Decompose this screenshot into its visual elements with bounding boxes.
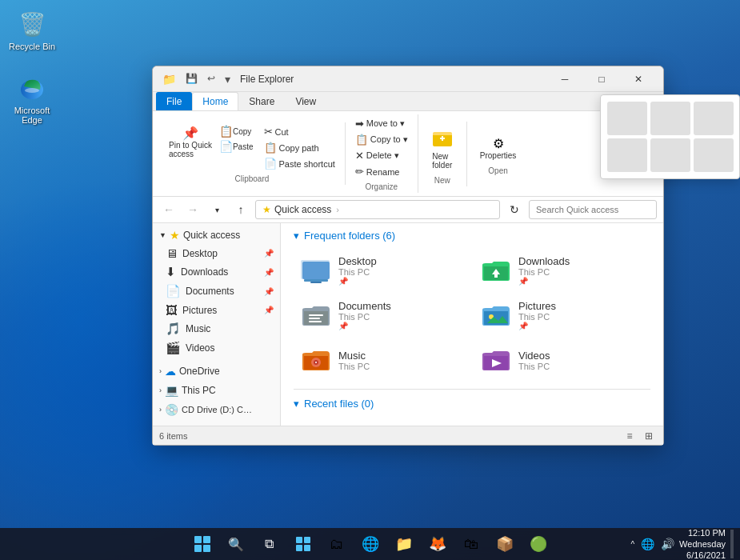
- task-view-button[interactable]: ⧉: [255, 530, 284, 558]
- sidebar-item-downloads[interactable]: ⬇ Downloads 📌: [153, 262, 280, 282]
- sidebar-cd-drive[interactable]: › 💿 CD Drive (D:) CC0...: [153, 401, 280, 418]
- folder-music[interactable]: Music This PC: [294, 339, 470, 381]
- forward-button[interactable]: →: [183, 200, 202, 219]
- title-bar: 📁 💾 ↩ ▾ File Explorer ─ □ ✕: [153, 66, 663, 92]
- downloads-folder-pin: 📌: [518, 277, 570, 286]
- cd-drive-icon: 💿: [165, 403, 178, 416]
- onedrive-chevron: ›: [159, 367, 162, 375]
- system-tray: ^ 🌐 🔊: [630, 538, 674, 550]
- search-input[interactable]: [529, 200, 657, 219]
- taskbar: 🔍 ⧉ 🗂 🌐 📁 🦊 🛍 📦 🟢 ^ 🌐 🔊 12:10 PM Wednesd…: [0, 528, 740, 560]
- tab-home[interactable]: Home: [192, 92, 238, 110]
- folder-desktop[interactable]: Desktop This PC 📌: [294, 250, 470, 291]
- sidebar-item-videos[interactable]: 🎬 Videos: [153, 338, 280, 358]
- tray-chevron[interactable]: ^: [630, 540, 634, 549]
- layout-cell-6[interactable]: [694, 138, 734, 172]
- videos-folder-info: Videos This PC: [518, 350, 550, 371]
- pictures-folder-info: Pictures This PC 📌: [518, 300, 556, 330]
- recent-button[interactable]: ▾: [207, 200, 226, 219]
- folder-videos[interactable]: Videos This PC: [474, 339, 650, 381]
- pictures-folder-name: Pictures: [518, 300, 556, 312]
- taskbar-firefox[interactable]: 🦊: [423, 530, 452, 558]
- grid-view-button[interactable]: ⊞: [641, 429, 657, 443]
- recent-files-header[interactable]: ▾ Recent files (0): [294, 398, 650, 410]
- minimize-button[interactable]: ─: [546, 66, 583, 92]
- layout-cell-5[interactable]: [650, 138, 690, 172]
- paste-shortcut-button[interactable]: 📄 Paste shortcut: [261, 156, 338, 171]
- sidebar-this-pc[interactable]: › 💻 This PC: [153, 382, 280, 399]
- folder-documents[interactable]: Documents This PC 📌: [294, 294, 470, 336]
- quick-access-star-icon: ★: [170, 229, 180, 242]
- sidebar-item-desktop[interactable]: 🖥 Desktop 📌: [153, 244, 280, 262]
- dropdown-icon[interactable]: ▾: [222, 71, 234, 87]
- ribbon-tabs: File Home Share View: [153, 92, 663, 110]
- layout-cell-4[interactable]: [607, 138, 647, 172]
- taskbar-app[interactable]: 🟢: [524, 530, 553, 558]
- volume-icon[interactable]: 🔊: [661, 538, 674, 550]
- list-view-button[interactable]: ≡: [622, 429, 638, 443]
- recent-files-title: Recent files (0): [304, 398, 374, 410]
- new-folder-button[interactable]: Newfolder: [425, 123, 460, 173]
- desktop-icon-recycle-bin[interactable]: 🗑️ Recycle Bin: [8, 8, 56, 51]
- recycle-bin-icon: 🗑️: [16, 8, 48, 40]
- svg-rect-8: [304, 279, 328, 282]
- tab-view[interactable]: View: [285, 92, 326, 110]
- up-button[interactable]: ↑: [231, 200, 250, 219]
- sidebar-item-documents[interactable]: 📄 Documents 📌: [153, 282, 280, 301]
- close-button[interactable]: ✕: [620, 66, 657, 92]
- layout-cell-1[interactable]: [607, 102, 647, 135]
- refresh-button[interactable]: ↻: [505, 200, 524, 219]
- paste-button[interactable]: 📄 Paste: [217, 139, 256, 154]
- window-controls: ─ □ ✕: [546, 66, 657, 92]
- tab-share[interactable]: Share: [238, 92, 285, 110]
- desktop-icon-ms-edge[interactable]: MicrosoftEdge: [8, 72, 56, 125]
- delete-button[interactable]: ✕ Delete ▾: [352, 148, 411, 163]
- taskbar-edge[interactable]: 🌐: [356, 530, 385, 558]
- taskbar-file-explorer[interactable]: 🗂: [322, 530, 351, 558]
- layout-cell-3[interactable]: [694, 102, 734, 135]
- desktop-folder-name: Desktop: [338, 255, 377, 267]
- sidebar-item-music[interactable]: 🎵 Music: [153, 319, 280, 338]
- frequent-folders-header[interactable]: ▾ Frequent folders (6): [294, 230, 650, 242]
- cut-button[interactable]: ✂ Cut: [261, 124, 338, 139]
- show-desktop-button[interactable]: [730, 530, 734, 558]
- taskbar-office[interactable]: 📦: [490, 530, 519, 558]
- address-field[interactable]: ★ Quick access ›: [255, 200, 500, 219]
- sidebar-quick-access[interactable]: ▼ ★ Quick access: [153, 226, 280, 244]
- folders-grid: Desktop This PC 📌 Do: [294, 250, 650, 381]
- address-path: Quick access: [274, 204, 331, 215]
- start-button[interactable]: [188, 530, 217, 558]
- recycle-bin-label: Recycle Bin: [9, 42, 55, 51]
- organize-buttons: ➡ Move to ▾ 📋 Copy to ▾ ✕ Delete ▾ ✏ Ren…: [352, 116, 411, 179]
- folder-icon: 📁: [159, 71, 179, 87]
- clock[interactable]: 12:10 PM Wednesday6/16/2021: [679, 527, 726, 560]
- copy-to-button[interactable]: 📋 Copy to ▾: [352, 132, 411, 147]
- svg-rect-11: [309, 314, 323, 316]
- clock-time: 12:10 PM: [679, 527, 726, 538]
- downloads-icon: ⬇: [166, 265, 176, 279]
- move-to-button[interactable]: ➡ Move to ▾: [352, 116, 411, 131]
- tab-file[interactable]: File: [156, 92, 192, 110]
- videos-folder-icon: [480, 344, 512, 376]
- folder-downloads[interactable]: Downloads This PC 📌: [474, 250, 650, 291]
- svg-rect-21: [203, 536, 210, 543]
- search-button[interactable]: 🔍: [222, 530, 250, 558]
- rename-button[interactable]: ✏ Rename: [352, 164, 411, 179]
- pin-to-quick-access-button[interactable]: 📌 Pin to Quickaccess: [166, 124, 215, 171]
- sidebar-thispc-label: This PC: [182, 385, 216, 396]
- taskbar-files[interactable]: 📁: [390, 530, 418, 558]
- widgets-button[interactable]: [289, 530, 318, 558]
- taskbar-store[interactable]: 🛍: [457, 530, 486, 558]
- taskbar-center: 🔍 ⧉ 🗂 🌐 📁 🦊 🛍 📦 🟢: [188, 530, 553, 558]
- copy-button[interactable]: 📋 Copy: [217, 124, 256, 138]
- svg-rect-26: [296, 545, 302, 551]
- properties-button[interactable]: ⚙ Properties: [474, 133, 523, 163]
- edge-icon: [16, 72, 48, 104]
- folder-pictures[interactable]: Pictures This PC 📌: [474, 294, 650, 336]
- maximize-button[interactable]: □: [583, 66, 620, 92]
- sidebar-item-pictures[interactable]: 🖼 Pictures 📌: [153, 301, 280, 319]
- layout-cell-2[interactable]: [650, 102, 690, 135]
- sidebar-onedrive[interactable]: › ☁ OneDrive: [153, 362, 280, 380]
- back-button[interactable]: ←: [159, 200, 178, 219]
- copy-path-button[interactable]: 📋 Copy path: [261, 140, 338, 155]
